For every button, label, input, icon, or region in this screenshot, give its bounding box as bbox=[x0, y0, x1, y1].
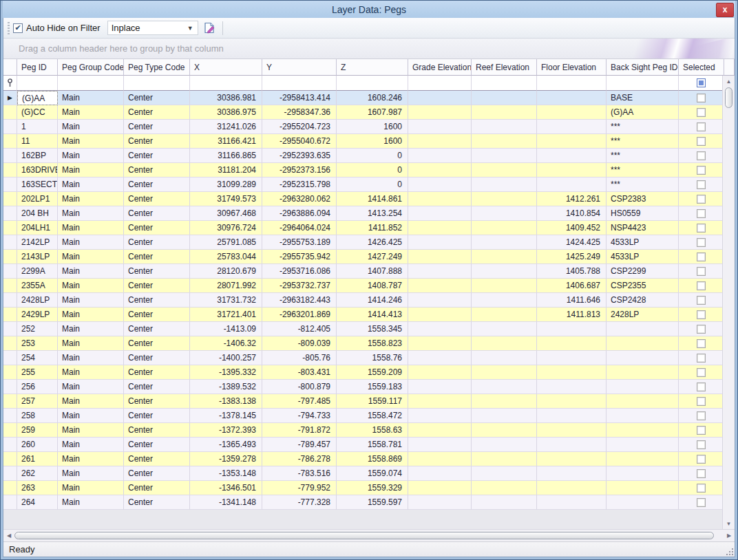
cell-peg-id[interactable]: 204LH1 bbox=[17, 221, 58, 235]
row-selected-checkbox[interactable] bbox=[697, 267, 706, 276]
cell-x[interactable]: 31181.204 bbox=[190, 163, 262, 177]
column-header-reef-elevation[interactable]: Reef Elevation bbox=[472, 59, 537, 76]
cell-y[interactable]: -2952393.635 bbox=[262, 149, 337, 163]
row-selected-checkbox[interactable] bbox=[697, 195, 706, 204]
cell-back-sight-peg-id[interactable]: 2428LP bbox=[607, 308, 679, 322]
cell-peg-id[interactable]: 2429LP bbox=[17, 308, 58, 322]
cell-floor-elevation[interactable] bbox=[537, 336, 607, 351]
cell-peg-type-code[interactable]: Center bbox=[124, 235, 190, 250]
cell-grade-elevation[interactable] bbox=[408, 481, 472, 495]
cell-x[interactable]: 31731.732 bbox=[190, 293, 262, 308]
cell-peg-id[interactable]: 253 bbox=[17, 336, 58, 351]
row-selected-checkbox[interactable] bbox=[697, 498, 706, 507]
cell-z[interactable]: 0 bbox=[337, 177, 408, 192]
auto-hide-checkbox[interactable]: ✔ bbox=[13, 23, 23, 33]
cell-peg-type-code[interactable]: Center bbox=[124, 192, 190, 206]
cell-grade-elevation[interactable] bbox=[408, 423, 472, 438]
cell-peg-group-code[interactable]: Main bbox=[58, 351, 124, 365]
cell-y[interactable]: -2952373.156 bbox=[262, 163, 337, 177]
filter-cell[interactable] bbox=[262, 76, 337, 91]
cell-back-sight-peg-id[interactable]: (G)AA bbox=[607, 105, 679, 120]
filter-cell[interactable] bbox=[408, 76, 472, 91]
row-selected-checkbox[interactable] bbox=[697, 209, 706, 218]
cell-z[interactable]: 1558.869 bbox=[337, 452, 408, 466]
cell-z[interactable]: 1608.246 bbox=[337, 91, 408, 105]
cell-peg-group-code[interactable]: Main bbox=[58, 149, 124, 163]
cell-peg-group-code[interactable]: Main bbox=[58, 235, 124, 250]
cell-back-sight-peg-id[interactable]: *** bbox=[607, 163, 679, 177]
cell-y[interactable]: -2955753.189 bbox=[262, 235, 337, 250]
row-selected-checkbox[interactable] bbox=[697, 455, 706, 464]
cell-peg-type-code[interactable]: Center bbox=[124, 177, 190, 192]
row-selected-checkbox[interactable] bbox=[697, 180, 706, 189]
cell-grade-elevation[interactable] bbox=[408, 149, 472, 163]
column-header-floor-elevation[interactable]: Floor Elevation bbox=[537, 59, 607, 76]
cell-z[interactable]: 1559.597 bbox=[337, 495, 408, 510]
cell-z[interactable]: 1427.249 bbox=[337, 250, 408, 264]
cell-peg-type-code[interactable]: Center bbox=[124, 308, 190, 322]
cell-y[interactable]: -812.405 bbox=[262, 322, 337, 336]
cell-peg-group-code[interactable]: Main bbox=[58, 91, 124, 105]
cell-peg-id[interactable]: 1 bbox=[17, 120, 58, 134]
row-selected-checkbox[interactable] bbox=[697, 151, 706, 160]
cell-floor-elevation[interactable] bbox=[537, 423, 607, 438]
cell-back-sight-peg-id[interactable]: CSP2299 bbox=[607, 264, 679, 279]
cell-back-sight-peg-id[interactable] bbox=[607, 394, 679, 409]
cell-peg-id[interactable]: 2142LP bbox=[17, 235, 58, 250]
column-header-selected[interactable]: Selected bbox=[679, 59, 724, 76]
cell-x[interactable]: 31099.289 bbox=[190, 177, 262, 192]
cell-reef-elevation[interactable] bbox=[472, 192, 537, 206]
cell-y[interactable]: -809.039 bbox=[262, 336, 337, 351]
cell-peg-type-code[interactable]: Center bbox=[124, 394, 190, 409]
cell-peg-group-code[interactable]: Main bbox=[58, 120, 124, 134]
cell-floor-elevation[interactable] bbox=[537, 466, 607, 481]
cell-peg-group-code[interactable]: Main bbox=[58, 206, 124, 221]
cell-y[interactable]: -794.733 bbox=[262, 409, 337, 423]
cell-grade-elevation[interactable] bbox=[408, 365, 472, 380]
cell-floor-elevation[interactable] bbox=[537, 163, 607, 177]
cell-grade-elevation[interactable] bbox=[408, 380, 472, 394]
cell-peg-group-code[interactable]: Main bbox=[58, 105, 124, 120]
row-indicator-cell[interactable] bbox=[3, 192, 17, 206]
cell-reef-elevation[interactable] bbox=[472, 235, 537, 250]
cell-peg-group-code[interactable]: Main bbox=[58, 264, 124, 279]
cell-peg-type-code[interactable]: Center bbox=[124, 423, 190, 438]
cell-peg-id[interactable]: 259 bbox=[17, 423, 58, 438]
row-indicator-cell[interactable] bbox=[3, 134, 17, 149]
cell-reef-elevation[interactable] bbox=[472, 120, 537, 134]
row-indicator-cell[interactable] bbox=[3, 409, 17, 423]
cell-reef-elevation[interactable] bbox=[472, 495, 537, 510]
cell-peg-id[interactable]: 255 bbox=[17, 365, 58, 380]
cell-floor-elevation[interactable] bbox=[537, 409, 607, 423]
filter-mode-dropdown[interactable]: Inplace ▼ bbox=[107, 21, 198, 35]
row-selected-checkbox[interactable] bbox=[697, 252, 706, 261]
cell-peg-type-code[interactable]: Center bbox=[124, 438, 190, 452]
cell-peg-id[interactable]: 264 bbox=[17, 495, 58, 510]
cell-back-sight-peg-id[interactable] bbox=[607, 466, 679, 481]
cell-grade-elevation[interactable] bbox=[408, 279, 472, 293]
cell-x[interactable]: 31166.865 bbox=[190, 149, 262, 163]
filter-selected-checkbox[interactable] bbox=[697, 78, 706, 87]
cell-peg-group-code[interactable]: Main bbox=[58, 221, 124, 235]
cell-peg-type-code[interactable]: Center bbox=[124, 481, 190, 495]
cell-reef-elevation[interactable] bbox=[472, 177, 537, 192]
cell-grade-elevation[interactable] bbox=[408, 192, 472, 206]
row-indicator-cell[interactable] bbox=[3, 380, 17, 394]
row-selected-checkbox[interactable] bbox=[697, 310, 706, 319]
cell-reef-elevation[interactable] bbox=[472, 206, 537, 221]
cell-back-sight-peg-id[interactable] bbox=[607, 495, 679, 510]
cell-z[interactable]: 1558.472 bbox=[337, 409, 408, 423]
cell-floor-elevation[interactable] bbox=[537, 134, 607, 149]
cell-peg-id[interactable]: 2143LP bbox=[17, 250, 58, 264]
cell-floor-elevation[interactable] bbox=[537, 91, 607, 105]
cell-x[interactable]: -1372.393 bbox=[190, 423, 262, 438]
cell-peg-id[interactable]: 2299A bbox=[17, 264, 58, 279]
cell-floor-elevation[interactable]: 1411.646 bbox=[537, 293, 607, 308]
cell-peg-id[interactable]: 2428LP bbox=[17, 293, 58, 308]
cell-reef-elevation[interactable] bbox=[472, 481, 537, 495]
cell-floor-elevation[interactable] bbox=[537, 105, 607, 120]
cell-peg-id[interactable]: 260 bbox=[17, 438, 58, 452]
cell-grade-elevation[interactable] bbox=[408, 293, 472, 308]
cell-peg-type-code[interactable]: Center bbox=[124, 91, 190, 105]
cell-z[interactable]: 1600 bbox=[337, 120, 408, 134]
